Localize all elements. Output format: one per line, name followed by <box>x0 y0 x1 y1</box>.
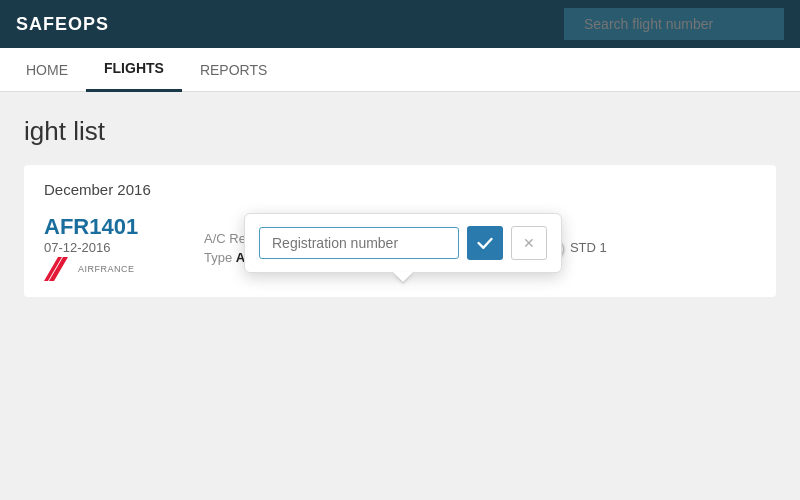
airfrance-icon <box>44 257 74 281</box>
type-label: Type <box>204 250 232 265</box>
x-icon: ✕ <box>523 235 535 251</box>
std-label: STD 1 <box>570 240 607 255</box>
flight-date: 07-12-2016 <box>44 240 111 255</box>
page-title: ight list <box>24 116 776 147</box>
airfrance-logo: AIRFRANCE <box>44 257 135 281</box>
registration-number-input[interactable] <box>259 227 459 259</box>
flight-number: AFR1401 <box>44 214 138 240</box>
nav-home[interactable]: HOME <box>8 48 86 92</box>
header: SAFEOPS <box>0 0 800 48</box>
navbar: HOME FLIGHTS REPORTS <box>0 48 800 92</box>
nav-reports[interactable]: REPORTS <box>182 48 285 92</box>
checkmark-icon <box>477 235 493 251</box>
nav-flights[interactable]: FLIGHTS <box>86 48 182 92</box>
airfrance-text: AIRFRANCE <box>78 264 135 274</box>
airline-block: AFR1401 07-12-2016 AIRFRANCE <box>44 214 164 281</box>
registration-popup: ✕ <box>244 213 562 273</box>
popup-container: ✕ <box>244 213 562 273</box>
flight-list-section: December 2016 AFR1401 07-12-2016 AIRFRAN… <box>24 165 776 297</box>
section-date: December 2016 <box>44 181 756 198</box>
flight-number-search[interactable] <box>564 8 784 40</box>
confirm-button[interactable] <box>467 226 503 260</box>
page-content: ight list December 2016 AFR1401 07-12-20… <box>0 92 800 297</box>
logo: SAFEOPS <box>16 14 109 35</box>
cancel-button[interactable]: ✕ <box>511 226 547 260</box>
